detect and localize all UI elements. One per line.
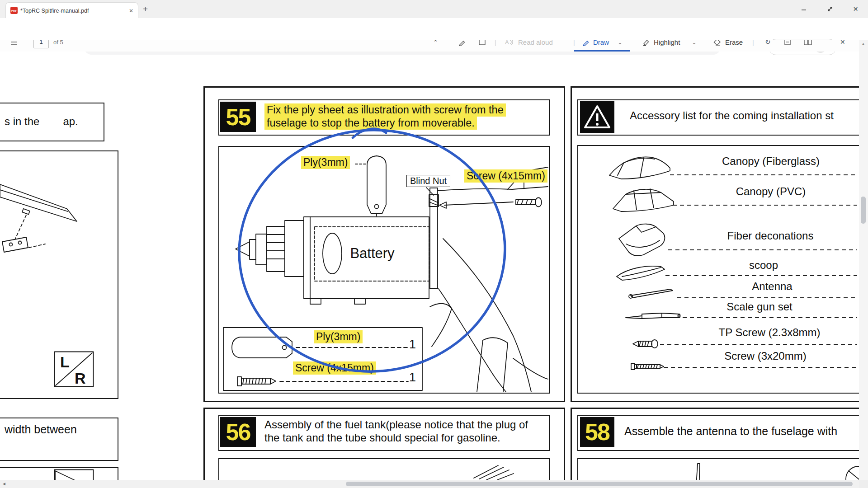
fit-page-icon[interactable] <box>784 40 791 52</box>
scale-gun-sketch <box>624 310 683 324</box>
highlight-tool-icon[interactable] <box>642 40 650 52</box>
highlight-caret-icon[interactable]: ⌄ <box>692 40 697 52</box>
left-fragment-text: s in theap. <box>5 115 78 128</box>
vertical-scrollbar-thumb[interactable] <box>861 197 866 224</box>
step56-text-line2: the tank and the tube should special for… <box>264 432 500 444</box>
read-aloud-button[interactable]: Read aloud <box>518 40 553 52</box>
step58-text: Assemble the antenna to the fuselage wit… <box>624 425 837 438</box>
scrollbar-corner <box>859 480 868 488</box>
shape-tool-icon[interactable] <box>478 40 486 52</box>
canopy-pvc-sketch <box>610 185 676 214</box>
erase-tool-icon[interactable] <box>713 40 722 52</box>
toolbar-menu-icon[interactable] <box>10 40 18 52</box>
canopy-fiberglass-sketch <box>608 153 673 181</box>
toolbar-divider: | <box>752 40 754 52</box>
pen-tool-icon[interactable] <box>458 40 466 52</box>
scoop-sketch <box>614 263 667 282</box>
rotate-icon[interactable]: ↻ <box>765 40 771 52</box>
vertical-scrollbar[interactable]: ▲ <box>859 40 868 480</box>
toolbar-divider: | <box>495 40 496 52</box>
browser-window: PDF *TopRC Spitfire-manual.pdf ✕ + ✕ ← →… <box>0 0 868 488</box>
antenna-sketch <box>626 286 678 300</box>
scroll-left-arrow[interactable]: ◄ <box>2 481 6 486</box>
fuel-tank-sketch <box>470 462 520 480</box>
tab-close-icon[interactable]: ✕ <box>129 8 133 14</box>
svg-text:A: A <box>505 40 509 46</box>
pdf-favicon: PDF <box>10 7 18 14</box>
horizontal-scrollbar[interactable]: ◄ <box>0 480 859 488</box>
svg-text:R: R <box>75 370 86 387</box>
restore-button[interactable] <box>817 0 843 18</box>
new-tab-button[interactable]: + <box>143 4 148 14</box>
browser-tab[interactable]: PDF *TopRC Spitfire-manual.pdf ✕ <box>5 2 138 19</box>
tab-title: *TopRC Spitfire-manual.pdf <box>20 8 124 14</box>
pdf-toolbar: 1 of 5 ⌃ | A Read aloud | Draw ⌄ Highlig… <box>0 40 859 52</box>
restore-icon <box>827 6 833 12</box>
draw-active-underline <box>574 50 630 52</box>
lr-logo: L R <box>54 351 94 387</box>
wing-sketch <box>0 172 104 267</box>
page-view-icon[interactable] <box>804 40 812 52</box>
minimize-icon <box>801 6 807 12</box>
collapse-caret-icon[interactable]: ⌃ <box>433 40 438 52</box>
highlight-button[interactable]: Highlight <box>654 40 680 52</box>
step56-text-line1: Assembly of the fuel tank(please notice … <box>264 418 528 431</box>
page-number-input[interactable]: 1 <box>33 40 49 52</box>
minimize-button[interactable] <box>791 0 817 18</box>
accessory-title: Accessory list for the coming installati… <box>630 109 834 122</box>
tp-screw-sketch <box>631 337 659 351</box>
close-button[interactable]: ✕ <box>843 0 868 18</box>
scroll-up-arrow[interactable]: ▲ <box>861 42 865 46</box>
fiber-decorations-sketch <box>613 222 669 257</box>
svg-text:PDF: PDF <box>11 9 18 13</box>
svg-text:L: L <box>60 353 70 371</box>
erase-button[interactable]: Erase <box>725 40 743 52</box>
left-fragment-text-bottom: width between <box>5 423 77 436</box>
draw-annotation-circle <box>203 113 561 402</box>
step56-number: 56 <box>220 417 256 447</box>
toolbar-close-icon[interactable]: ✕ <box>840 40 845 52</box>
step58-number: 58 <box>580 417 614 447</box>
horizontal-scrollbar-thumb[interactable] <box>346 482 853 486</box>
titlebar: PDF *TopRC Spitfire-manual.pdf ✕ + ✕ <box>0 0 868 18</box>
read-aloud-icon[interactable]: A <box>505 40 514 52</box>
screw-3x20-sketch <box>630 361 665 372</box>
page-count-label: of 5 <box>53 40 63 52</box>
warning-icon <box>580 101 614 133</box>
address-bar-row: ← → ↻ File | E:/Documents/TopRC%20Spitfi… <box>0 18 868 40</box>
